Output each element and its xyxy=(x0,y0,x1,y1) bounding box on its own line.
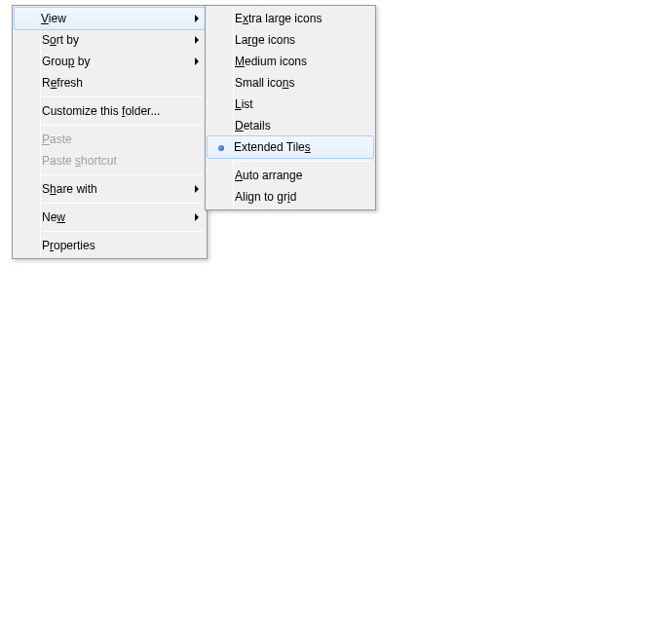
menu-item-label: Group by xyxy=(42,55,185,68)
menu-item-label: Paste xyxy=(42,133,185,146)
menu-item-label: List xyxy=(235,97,354,111)
label-pre: Extended Tile xyxy=(234,140,305,154)
label-post: edium icons xyxy=(245,55,307,68)
label-pre: P xyxy=(42,239,50,252)
label-post: ge icons xyxy=(251,33,295,47)
label-post: etails xyxy=(244,119,271,133)
label-pre: S xyxy=(42,33,50,47)
menu-item-label: Auto arrange xyxy=(235,169,354,182)
menu-item-large-icons[interactable]: Large icons xyxy=(208,29,373,51)
menu-item-label: Customize this folder... xyxy=(42,104,185,118)
label-post: s xyxy=(288,76,294,90)
submenu-arrow-icon xyxy=(195,57,199,65)
menu-item-paste: Paste xyxy=(15,129,205,150)
label-post: older... xyxy=(125,104,160,118)
label-hotkey: w xyxy=(57,210,65,224)
label-post: uto arrange xyxy=(243,169,302,182)
label-hotkey: V xyxy=(41,12,49,25)
menu-separator xyxy=(42,174,203,175)
menu-item-share-with[interactable]: Share with xyxy=(15,178,205,200)
label-post: fresh xyxy=(57,76,83,90)
menu-item-label: Details xyxy=(235,119,354,133)
menu-item-label: Paste shortcut xyxy=(42,154,185,168)
label-post: ist xyxy=(242,97,253,111)
submenu-arrow-icon xyxy=(195,185,199,193)
menu-item-group-by[interactable]: Group by xyxy=(15,51,205,72)
label-hotkey: L xyxy=(235,97,242,111)
menu-item-auto-arrange[interactable]: Auto arrange xyxy=(208,165,373,186)
menu-item-label: Extra large icons xyxy=(235,12,354,25)
label-post: aste xyxy=(50,133,72,146)
label-pre: E xyxy=(235,12,243,25)
label-hotkey: o xyxy=(50,33,57,47)
label-hotkey: A xyxy=(235,169,243,182)
menu-item-paste-shortcut: Paste shortcut xyxy=(15,150,205,171)
label-pre: Small ico xyxy=(235,76,283,90)
label-hotkey: s xyxy=(305,140,311,154)
menu-separator xyxy=(42,125,203,126)
menu-item-extended-tiles[interactable]: Extended Tiles xyxy=(207,135,374,159)
label-post: tra large icons xyxy=(248,12,322,25)
label-pre: R xyxy=(42,76,51,90)
menu-item-label: Medium icons xyxy=(235,55,354,68)
label-pre: Ne xyxy=(42,210,57,224)
context-menu-view-submenu: Extra large iconsLarge iconsMedium icons… xyxy=(205,5,376,210)
menu-item-label: Refresh xyxy=(42,76,185,90)
radio-dot-icon xyxy=(218,145,224,151)
menu-item-refresh[interactable]: Refresh xyxy=(15,72,205,94)
menu-item-view[interactable]: View xyxy=(14,7,206,30)
menu-item-label: Sort by xyxy=(42,33,185,47)
label-pre: Grou xyxy=(42,55,68,68)
menu-item-list[interactable]: List xyxy=(208,94,373,115)
menu-item-label: Small icons xyxy=(235,76,354,90)
label-post: rt by xyxy=(57,33,79,47)
menu-item-label: View xyxy=(41,12,185,25)
label-pre: Paste xyxy=(42,154,75,168)
menu-item-label: Align to grid xyxy=(235,190,354,204)
menu-item-label: Extended Tiles xyxy=(234,140,354,154)
menu-item-label: New xyxy=(42,210,185,224)
submenu-arrow-icon xyxy=(195,36,199,44)
menu-separator xyxy=(235,161,371,162)
menu-separator xyxy=(42,231,203,232)
label-post: d xyxy=(290,190,297,204)
menu-item-extra-large-icons[interactable]: Extra large icons xyxy=(208,8,373,29)
label-pre: S xyxy=(42,182,50,196)
submenu-arrow-icon xyxy=(195,15,199,22)
menu-item-sort-by[interactable]: Sort by xyxy=(15,29,205,51)
menu-separator xyxy=(42,96,203,97)
menu-item-new[interactable]: New xyxy=(15,207,205,228)
context-menu-main: ViewSort byGroup byRefreshCustomize this… xyxy=(12,5,208,259)
label-pre: Align to gr xyxy=(235,190,287,204)
menu-item-align-to-grid[interactable]: Align to grid xyxy=(208,186,373,208)
label-hotkey: h xyxy=(50,182,57,196)
menu-item-customize-this-folder[interactable]: Customize this folder... xyxy=(15,100,205,122)
label-pre: Customize this xyxy=(42,104,122,118)
menu-item-label: Share with xyxy=(42,182,185,196)
submenu-arrow-icon xyxy=(195,213,199,221)
label-hotkey: M xyxy=(235,55,245,68)
menu-item-label: Properties xyxy=(42,239,185,252)
menu-item-properties[interactable]: Properties xyxy=(15,235,205,256)
menu-item-label: Large icons xyxy=(235,33,354,47)
label-post: iew xyxy=(49,12,66,25)
label-hotkey: P xyxy=(42,133,50,146)
menu-separator xyxy=(42,203,203,204)
menu-item-medium-icons[interactable]: Medium icons xyxy=(208,51,373,72)
menu-item-small-icons[interactable]: Small icons xyxy=(208,72,373,94)
menu-item-details[interactable]: Details xyxy=(208,115,373,136)
label-post: operties xyxy=(54,239,95,252)
label-post: by xyxy=(74,55,90,68)
label-hotkey: D xyxy=(235,119,244,133)
radio-indicator xyxy=(208,140,234,154)
label-post: are with xyxy=(57,182,97,196)
label-pre: La xyxy=(235,33,247,47)
label-post: hortcut xyxy=(81,154,117,168)
